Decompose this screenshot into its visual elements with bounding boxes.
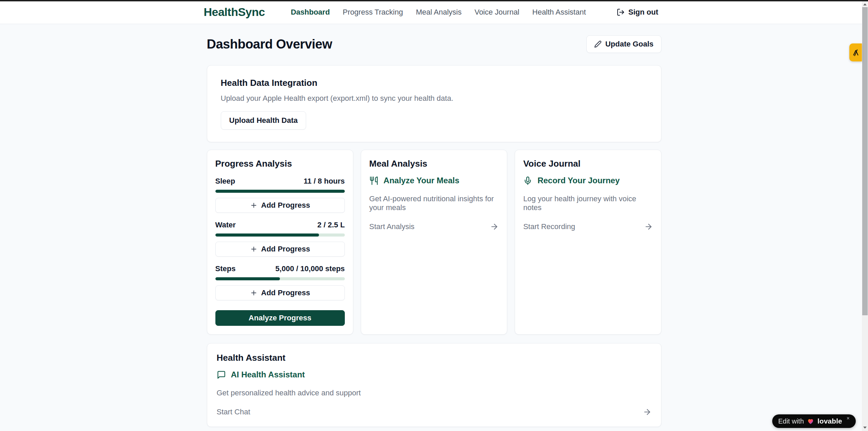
water-label: Water (215, 221, 236, 229)
nav-voice-journal[interactable]: Voice Journal (475, 8, 519, 17)
update-goals-label: Update Goals (605, 40, 654, 49)
nav-health-assistant[interactable]: Health Assistant (532, 8, 586, 17)
close-icon[interactable]: × (847, 415, 850, 421)
plus-icon (250, 289, 258, 297)
vertical-scrollbar[interactable] (862, 0, 868, 431)
record-your-journey-link[interactable]: Record Your Journey (523, 176, 653, 185)
integration-title: Health Data Integration (221, 78, 648, 88)
update-goals-button[interactable]: Update Goals (586, 35, 661, 53)
main-nav: Dashboard Progress Tracking Meal Analysi… (291, 8, 658, 17)
add-progress-label: Add Progress (261, 245, 310, 254)
nav-progress-tracking[interactable]: Progress Tracking (343, 8, 403, 17)
water-tracker: Water 2 / 2.5 L Add Progress (215, 221, 345, 257)
water-progress-bar (215, 233, 345, 237)
steps-progress-bar (215, 277, 345, 280)
start-recording-button[interactable]: Start Recording (523, 222, 653, 231)
voice-journal-title: Voice Journal (523, 158, 653, 169)
arrow-right-icon (644, 222, 653, 231)
plus-icon (250, 202, 258, 209)
analyze-your-meals-link[interactable]: Analyze Your Meals (369, 176, 499, 185)
progress-analysis-title: Progress Analysis (215, 158, 345, 169)
sleep-tracker: Sleep 11 / 8 hours Add Progress (215, 177, 345, 213)
meal-analysis-description: Get AI-powered nutritional insights for … (369, 194, 499, 212)
health-data-integration-card: Health Data Integration Upload your Appl… (207, 65, 661, 142)
voice-journal-description: Log your health journey with voice notes (523, 194, 653, 212)
edit-with-lovable-badge[interactable]: Edit with lovable × (772, 414, 856, 428)
water-value: 2 / 2.5 L (317, 221, 345, 229)
analyze-your-meals-label: Analyze Your Meals (384, 176, 459, 185)
plus-icon (250, 245, 258, 253)
start-analysis-label: Start Analysis (369, 222, 414, 231)
steps-progress-fill (215, 277, 280, 280)
meal-analysis-title: Meal Analysis (369, 158, 499, 169)
sign-out-label: Sign out (628, 8, 658, 17)
sleep-value: 11 / 8 hours (304, 177, 345, 186)
page-title: Dashboard Overview (207, 37, 332, 52)
add-progress-label: Add Progress (261, 288, 310, 297)
analyze-progress-button[interactable]: Analyze Progress (215, 310, 345, 326)
voice-journal-card: Voice Journal Record Your Journey Log yo… (515, 150, 661, 335)
health-assistant-title: Health Assistant (217, 353, 652, 363)
dashboard-page: Dashboard Overview Update Goals Health D… (207, 24, 661, 431)
water-progress-fill (215, 233, 319, 237)
health-assistant-description: Get personalized health advice and suppo… (217, 389, 652, 397)
add-progress-label: Add Progress (261, 201, 310, 210)
health-assistant-card: Health Assistant AI Health Assistant Get… (207, 343, 661, 427)
heart-icon (807, 417, 814, 425)
arrow-right-icon (490, 222, 499, 231)
microphone-icon (523, 176, 532, 185)
feature-row: Progress Analysis Sleep 11 / 8 hours Add… (207, 150, 661, 335)
lovable-prefix-label: Edit with (778, 417, 804, 425)
add-progress-steps-button[interactable]: Add Progress (215, 285, 345, 300)
browser-top-strip (0, 0, 868, 1)
sign-out-button[interactable]: Sign out (617, 8, 658, 17)
ai-health-assistant-link[interactable]: AI Health Assistant (217, 370, 652, 379)
upload-health-data-button[interactable]: Upload Health Data (221, 111, 306, 130)
add-progress-sleep-button[interactable]: Add Progress (215, 198, 345, 213)
utensils-icon (369, 176, 378, 185)
app-logo: HealthSync (204, 5, 265, 19)
add-progress-water-button[interactable]: Add Progress (215, 242, 345, 257)
steps-tracker: Steps 5,000 / 10,000 steps Add Progress (215, 264, 345, 300)
start-analysis-button[interactable]: Start Analysis (369, 222, 499, 231)
scroll-down-arrow-icon[interactable] (862, 425, 868, 430)
ai-health-assistant-label: AI Health Assistant (231, 370, 305, 379)
scroll-up-arrow-icon[interactable] (862, 1, 868, 7)
record-your-journey-label: Record Your Journey (537, 176, 620, 185)
start-chat-button[interactable]: Start Chat (217, 408, 652, 416)
steps-label: Steps (215, 264, 236, 273)
sleep-progress-bar (215, 190, 345, 193)
progress-analysis-card: Progress Analysis Sleep 11 / 8 hours Add… (207, 150, 353, 335)
sleep-progress-fill (215, 190, 345, 193)
lovable-brand-label: lovable (817, 417, 842, 425)
nav-meal-analysis[interactable]: Meal Analysis (416, 8, 462, 17)
arrow-right-icon (643, 408, 652, 416)
logout-icon (617, 8, 625, 16)
nav-dashboard[interactable]: Dashboard (291, 8, 330, 17)
start-recording-label: Start Recording (523, 222, 575, 231)
integration-description: Upload your Apple Health export (export.… (221, 94, 648, 103)
sleep-label: Sleep (215, 177, 235, 186)
pencil-icon (594, 40, 602, 48)
steps-value: 5,000 / 10,000 steps (276, 264, 345, 273)
app-header: HealthSync Dashboard Progress Tracking M… (0, 0, 862, 24)
start-chat-label: Start Chat (217, 408, 250, 416)
lovable-logo-icon (852, 49, 860, 56)
chat-bubble-icon (217, 370, 226, 379)
meal-analysis-card: Meal Analysis Analyze Your Meals Get AI-… (361, 150, 507, 335)
scrollbar-thumb[interactable] (862, 7, 868, 315)
lovable-sidebar-badge[interactable] (849, 43, 862, 61)
